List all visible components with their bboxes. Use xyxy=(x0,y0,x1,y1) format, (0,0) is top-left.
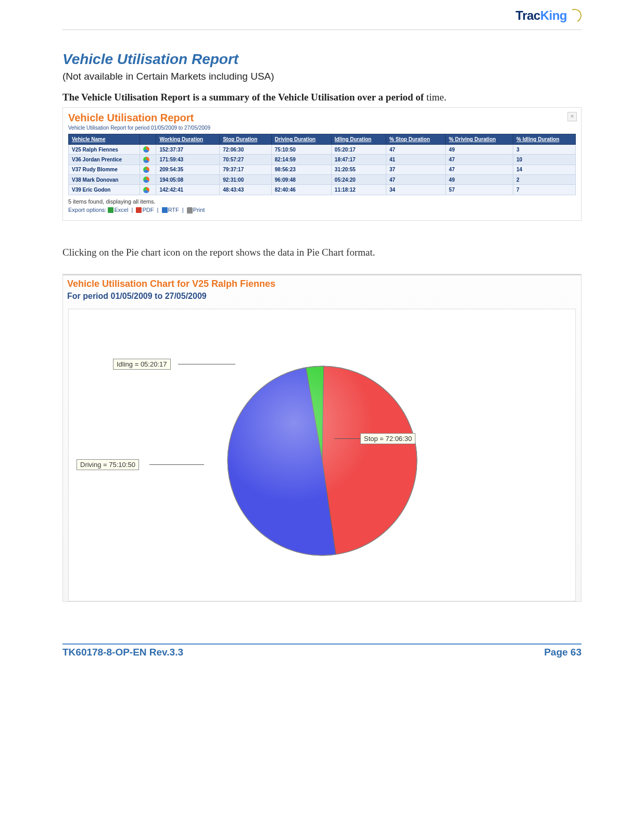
footer-divider xyxy=(62,644,582,645)
print-icon xyxy=(187,207,193,213)
table-row: V39 Eric Godon142:42:4148:43:4382:40:461… xyxy=(69,185,576,195)
report-heading: Vehicle Utilisation Report xyxy=(68,112,576,124)
table-cell: 96:09:48 xyxy=(271,175,331,185)
table-cell: 47 xyxy=(446,155,513,165)
annotation-stop-line xyxy=(334,438,360,439)
chart-period: For period 01/05/2009 to 27/05/2009 xyxy=(67,292,577,301)
lead-text: The Vehicle Utilisation Report is a summ… xyxy=(62,92,582,103)
pie-chart-icon[interactable] xyxy=(143,157,149,163)
page-footer: TK60178-8-OP-EN Rev.3.3 Page 63 xyxy=(62,647,582,658)
col-idling-duration[interactable]: Idling Duration xyxy=(331,134,386,145)
pie-chart-icon[interactable] xyxy=(143,146,149,153)
table-cell: V25 Ralph Fiennes xyxy=(69,145,140,155)
export-rtf-link[interactable]: RTF xyxy=(168,207,179,213)
table-cell: 14 xyxy=(513,165,576,174)
table-cell: 152:37:37 xyxy=(156,145,220,155)
annotation-driving: Driving = 75:10:50 xyxy=(77,459,139,470)
col-driving-duration[interactable]: Driving Duration xyxy=(271,134,331,145)
table-cell[interactable] xyxy=(140,145,156,155)
table-cell: 92:31:00 xyxy=(220,175,272,185)
col-working-duration[interactable]: Working Duration xyxy=(156,134,220,145)
table-cell: 171:59:43 xyxy=(156,155,220,165)
report-count: 5 items found, displaying all items. xyxy=(68,198,576,205)
col-pct-idling[interactable]: % Idling Duration xyxy=(513,134,576,145)
table-cell: 47 xyxy=(386,175,446,185)
table-cell: 209:54:35 xyxy=(156,165,220,174)
table-cell: 2 xyxy=(513,175,576,185)
chart-screenshot: Vehicle Utilisation Chart for V25 Ralph … xyxy=(62,274,582,602)
report-screenshot: × Vehicle Utilisation Report Vehicle Uti… xyxy=(62,107,582,221)
lead-bold: The Vehicle Utilisation Report is a summ… xyxy=(62,92,426,103)
table-cell: 31:20:55 xyxy=(331,165,386,174)
table-cell: V36 Jordan Prentice xyxy=(69,155,140,165)
pie-chart xyxy=(218,357,426,565)
col-stop-duration[interactable]: Stop Duration xyxy=(220,134,272,145)
table-cell: 34 xyxy=(386,185,446,195)
pie-chart-icon[interactable] xyxy=(143,176,149,183)
table-row: V36 Jordan Prentice171:59:4370:57:2782:1… xyxy=(69,155,576,165)
annotation-driving-line xyxy=(149,464,204,465)
chart-frame: Idling = 05:20:17 Stop = 72:06:30 Drivin… xyxy=(68,309,576,601)
annotation-idling-line xyxy=(178,364,235,364)
table-cell: V39 Eric Godon xyxy=(69,185,140,195)
table-cell: 41 xyxy=(386,155,446,165)
table-cell: 48:43:43 xyxy=(220,185,272,195)
pie-chart-icon[interactable] xyxy=(143,167,149,173)
lead-tail: time. xyxy=(426,92,447,103)
page-title: Vehicle Utilisation Report xyxy=(62,51,582,68)
table-cell: 57 xyxy=(446,185,513,195)
table-cell[interactable] xyxy=(140,185,156,195)
report-table: Vehicle Name Working Duration Stop Durat… xyxy=(68,134,576,195)
col-pct-stop[interactable]: % Stop Duration xyxy=(386,134,446,145)
table-row: V25 Ralph Fiennes152:37:3772:06:3075:10:… xyxy=(69,145,576,155)
chart-title: Vehicle Utilisation Chart for V25 Ralph … xyxy=(67,279,577,289)
table-cell: 142:42:41 xyxy=(156,185,220,195)
table-cell: 98:56:23 xyxy=(271,165,331,174)
table-cell: V37 Rudy Blomme xyxy=(69,165,140,174)
export-pdf-link[interactable]: PDF xyxy=(142,207,154,213)
logo: TracKing xyxy=(515,8,582,23)
table-cell: 194:05:08 xyxy=(156,175,220,185)
table-cell: 47 xyxy=(386,145,446,155)
col-chart-icon xyxy=(140,134,156,145)
table-cell: 10 xyxy=(513,155,576,165)
table-cell[interactable] xyxy=(140,165,156,174)
header-divider xyxy=(62,29,582,30)
table-cell: 05:20:17 xyxy=(331,145,386,155)
footer-right: Page 63 xyxy=(544,647,582,658)
footer-left: TK60178-8-OP-EN Rev.3.3 xyxy=(62,647,183,658)
svg-point-0 xyxy=(228,366,417,556)
logo-part1: Trac xyxy=(515,8,540,23)
rtf-icon xyxy=(162,207,168,213)
table-cell: 79:37:17 xyxy=(220,165,272,174)
table-cell: V38 Mark Donovan xyxy=(69,175,140,185)
export-excel-link[interactable]: Excel xyxy=(114,207,128,213)
table-cell: 18:47:17 xyxy=(331,155,386,165)
annotation-stop: Stop = 72:06:30 xyxy=(360,433,415,444)
table-cell: 82:14:59 xyxy=(271,155,331,165)
logo-part2: King xyxy=(540,8,567,23)
table-cell[interactable] xyxy=(140,155,156,165)
pdf-icon xyxy=(136,207,142,213)
header-logo-area: TracKing xyxy=(62,5,582,26)
close-button[interactable]: × xyxy=(567,112,577,121)
table-cell: 05:24:20 xyxy=(331,175,386,185)
annotation-idling: Idling = 05:20:17 xyxy=(113,359,171,370)
table-cell: 75:10:50 xyxy=(271,145,331,155)
table-cell: 37 xyxy=(386,165,446,174)
pie-chart-icon[interactable] xyxy=(143,187,149,193)
table-cell: 7 xyxy=(513,185,576,195)
export-prefix: Export options: xyxy=(68,207,108,213)
col-pct-driving[interactable]: % Driving Duration xyxy=(446,134,513,145)
table-cell: 49 xyxy=(446,145,513,155)
table-cell: 72:06:30 xyxy=(220,145,272,155)
table-row: V37 Rudy Blomme209:54:3579:37:1798:56:23… xyxy=(69,165,576,174)
col-vehicle-name[interactable]: Vehicle Name xyxy=(69,134,140,145)
logo-swoosh-icon xyxy=(566,7,583,24)
export-options: Export options: Excel | PDF | RTF | Prin… xyxy=(68,207,576,213)
mid-text: Clicking on the Pie chart icon on the re… xyxy=(62,247,582,258)
table-cell[interactable] xyxy=(140,175,156,185)
export-print-link[interactable]: Print xyxy=(193,207,205,213)
page-subtitle: (Not available in Certain Markets includ… xyxy=(62,71,582,82)
table-row: V38 Mark Donovan194:05:0892:31:0096:09:4… xyxy=(69,175,576,185)
